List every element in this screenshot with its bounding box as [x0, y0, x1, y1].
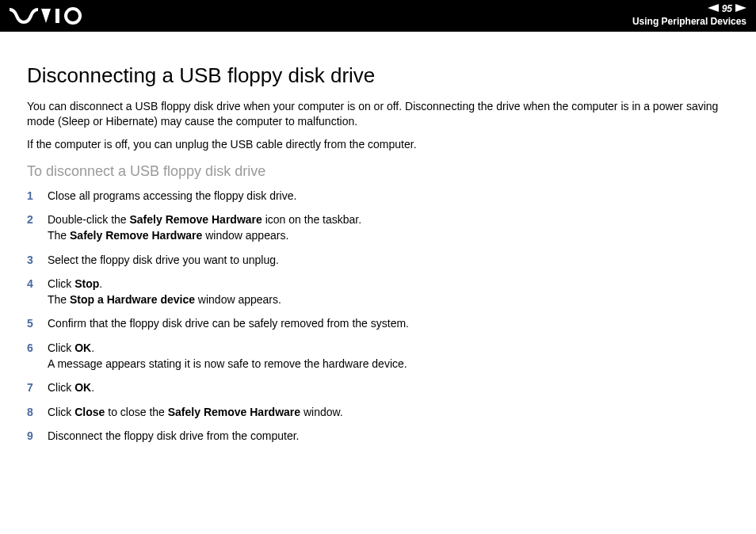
step-item: 5Confirm that the floppy disk drive can … — [27, 315, 729, 331]
section-label: Using Peripheral Devices — [632, 16, 746, 29]
step-number: 8 — [27, 404, 48, 420]
step-text: Click OK. — [48, 380, 729, 395]
step-number: 5 — [27, 315, 48, 331]
vaio-logo — [10, 7, 86, 25]
intro-block: You can disconnect a USB floppy disk dri… — [27, 99, 729, 152]
step-number: 3 — [27, 252, 48, 268]
page-title: Disconnecting a USB floppy disk drive — [27, 63, 729, 88]
vaio-logo-svg — [10, 7, 86, 25]
step-text: Click Close to close the Safely Remove H… — [48, 404, 729, 420]
step-text: Click Stop.The Stop a Hardware device wi… — [48, 276, 729, 308]
step-text: Click OK.A message appears stating it is… — [48, 340, 729, 372]
step-item: 1Close all programs accessing the floppy… — [27, 188, 729, 204]
step-item: 8Click Close to close the Safely Remove … — [27, 404, 729, 420]
step-number: 4 — [27, 276, 48, 292]
step-number: 9 — [27, 428, 48, 444]
svg-marker-2 — [708, 4, 719, 12]
step-item: 3Select the floppy disk drive you want t… — [27, 252, 729, 268]
svg-point-1 — [66, 9, 80, 23]
next-arrow-icon[interactable] — [735, 3, 746, 16]
page-nav: 95 — [708, 3, 746, 16]
svg-rect-0 — [55, 9, 59, 23]
step-item: 4Click Stop.The Stop a Hardware device w… — [27, 276, 729, 308]
step-item: 7Click OK. — [27, 380, 729, 395]
header-right: 95 Using Peripheral Devices — [632, 3, 746, 28]
step-item: 6Click OK.A message appears stating it i… — [27, 340, 729, 372]
prev-arrow-icon[interactable] — [708, 3, 719, 16]
page-number: 95 — [722, 3, 732, 16]
step-item: 2Double-click the Safely Remove Hardware… — [27, 212, 729, 244]
step-number: 6 — [27, 340, 48, 356]
intro-paragraph-1: You can disconnect a USB floppy disk dri… — [27, 99, 729, 129]
step-number: 1 — [27, 188, 48, 204]
step-item: 9Disconnect the floppy disk drive from t… — [27, 428, 729, 444]
step-text: Confirm that the floppy disk drive can b… — [48, 315, 729, 331]
step-text: Select the floppy disk drive you want to… — [48, 252, 729, 268]
intro-paragraph-2: If the computer is off, you can unplug t… — [27, 137, 729, 152]
svg-marker-3 — [735, 4, 746, 12]
step-text: Close all programs accessing the floppy … — [48, 188, 729, 204]
subheading: To disconnect a USB floppy disk drive — [27, 163, 729, 180]
step-text: Double-click the Safely Remove Hardware … — [48, 212, 729, 244]
page-content: Disconnecting a USB floppy disk drive Yo… — [0, 32, 756, 444]
page-header: 95 Using Peripheral Devices — [0, 0, 756, 32]
step-number: 2 — [27, 212, 48, 227]
step-number: 7 — [27, 380, 48, 395]
step-text: Disconnect the floppy disk drive from th… — [48, 428, 729, 444]
steps-list: 1Close all programs accessing the floppy… — [27, 188, 729, 444]
